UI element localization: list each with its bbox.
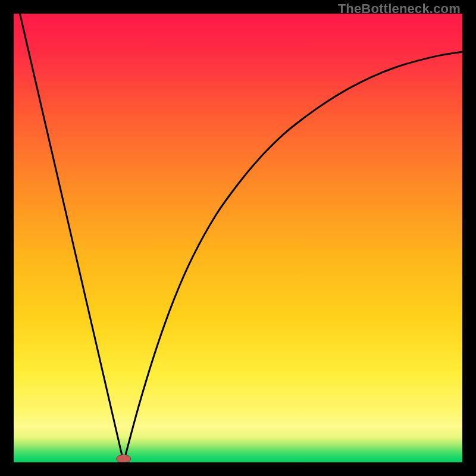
- chart-svg: [14, 14, 462, 462]
- chart-frame: [14, 14, 462, 462]
- gradient-background: [14, 14, 462, 462]
- watermark-text: TheBottleneck.com: [338, 1, 461, 17]
- minimum-marker: [117, 455, 131, 462]
